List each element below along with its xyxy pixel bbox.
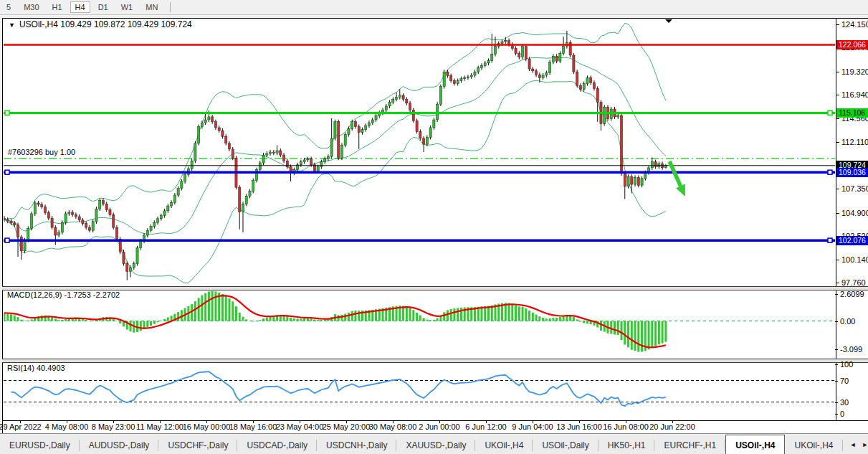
timeframe-button-h4[interactable]: H4	[70, 1, 90, 13]
tab-xauusd-daily[interactable]: XAUUSD-,Daily	[396, 436, 475, 454]
tab-eurusd-daily[interactable]: EURUSD-,Daily	[0, 436, 80, 454]
timeframe-button-5[interactable]: 5	[1, 1, 16, 13]
chart-frame-left	[2, 18, 3, 433]
price-tick: 116.940	[841, 90, 867, 99]
price-tick: 112.110	[841, 138, 867, 146]
date-tick-mark	[300, 421, 300, 423]
timeframe-button-w1[interactable]: W1	[116, 1, 138, 13]
panel-splitter-2[interactable]	[2, 359, 868, 363]
date-tick-mark	[67, 421, 67, 423]
price-tick: 119.320	[841, 67, 867, 76]
price-label-badge: 115.106	[836, 108, 868, 118]
price-tick: 107.350	[841, 184, 867, 193]
date-tick-label: 20 Jun 22:00	[649, 422, 695, 431]
date-tick-mark	[20, 421, 21, 423]
timeframe-button-mn[interactable]: MN	[140, 1, 163, 13]
date-tick-mark	[533, 421, 533, 423]
date-tick-mark	[579, 421, 580, 423]
tab-usdchf-daily[interactable]: USDCHF-,Daily	[158, 436, 237, 454]
date-tick-mark	[253, 421, 254, 423]
chart-frame-top	[2, 18, 868, 19]
macd-tick: -3.099	[840, 345, 866, 354]
price-label-badge: 122.066	[836, 40, 868, 49]
timeframe-button-m30[interactable]: M30	[19, 1, 44, 13]
rsi-tick: 0	[840, 410, 866, 418]
date-tick-label: 16 Jun 08:00	[603, 422, 649, 431]
rsi-bottom-border	[2, 420, 868, 421]
date-tick-mark	[206, 421, 207, 423]
price-tick: 124.150	[841, 20, 867, 29]
date-tick-label: 9 Jun 04:00	[512, 422, 553, 431]
date-tick-mark	[439, 421, 440, 423]
date-tick-label: 13 Jun 16:00	[556, 422, 602, 431]
tab-usoil-daily[interactable]: USOil-,Daily	[533, 436, 598, 454]
tab-usoil-h4[interactable]: USOil-,H4	[725, 435, 785, 454]
macd-tick: 0.00	[840, 317, 866, 326]
trading-terminal-window: { "toolbar": {"timeframes": ["5","M30","…	[0, 0, 868, 454]
date-tick-mark	[346, 421, 347, 423]
date-tick-label: 25 May 20:00	[323, 422, 371, 431]
price-label-badge: 102.076	[836, 236, 868, 245]
date-tick-label: 11 May 12:00	[136, 422, 183, 431]
timeframe-toolbar: 5M30H1H4D1W1MN	[0, 0, 868, 15]
date-tick-mark	[393, 421, 394, 423]
date-tick-label: 4 May 08:00	[45, 422, 89, 431]
date-tick-mark	[486, 421, 487, 423]
timeframe-button-h1[interactable]: H1	[47, 1, 67, 13]
toolbar-separator	[170, 2, 171, 12]
rsi-tick: 30	[840, 398, 866, 407]
tab-hk50-h1[interactable]: HK50-,H1	[598, 436, 655, 454]
rsi-tick: 70	[840, 377, 866, 385]
rsi-panel[interactable]	[3, 361, 868, 420]
chart-tab-bar: EURUSD-,DailyAUDUSD-,DailyUSDCHF-,DailyU…	[0, 433, 868, 454]
date-tick-label: 2 Jun 00:00	[419, 422, 460, 431]
date-tick-label: 29 Apr 2022	[0, 422, 42, 431]
panel-splitter-1[interactable]	[2, 286, 868, 290]
tab-usdcad-daily[interactable]: USDCAD-,Daily	[237, 436, 317, 454]
date-tick-label: 16 May 00:00	[183, 422, 231, 431]
price-tick: 100.140	[841, 255, 867, 264]
main-chart-panel[interactable]	[3, 19, 868, 286]
timeframe-button-d1[interactable]: D1	[93, 1, 113, 13]
price-tick: 97.760	[841, 278, 867, 287]
price-label-badge: 109.036	[836, 168, 868, 177]
date-tick-mark	[626, 421, 626, 423]
tab-ukoil-h4[interactable]: UKOil-,H4	[475, 436, 533, 454]
date-tick-mark	[160, 421, 161, 423]
tab-eurchf-h1[interactable]: EURCHF-,H1	[654, 436, 725, 454]
macd-panel[interactable]	[3, 289, 868, 358]
date-tick-label: 30 May 08:00	[369, 422, 417, 431]
tab-usdcnh-daily[interactable]: USDCNH-,Daily	[317, 436, 396, 454]
date-tick-label: 18 May 16:00	[229, 422, 277, 431]
macd-tick: 2.6099	[840, 290, 866, 298]
date-tick-mark	[672, 421, 673, 423]
date-tick-mark	[113, 421, 114, 423]
tab-scroll-left-button[interactable]: ◄	[850, 441, 857, 448]
tab-scroll-right-button[interactable]: ►	[862, 441, 868, 448]
tab-separator	[842, 440, 843, 451]
price-tick: 104.900	[841, 209, 867, 217]
rsi-tick: 100	[840, 360, 866, 369]
date-tick-label: 23 May 04:00	[276, 422, 324, 431]
tab-ukoil-h4[interactable]: UKOil-,H4	[785, 436, 842, 454]
date-tick-label: 8 May 23:00	[92, 422, 135, 431]
date-tick-label: 6 Jun 12:00	[465, 422, 507, 431]
tab-audusd-daily[interactable]: AUDUSD-,Daily	[80, 436, 159, 454]
